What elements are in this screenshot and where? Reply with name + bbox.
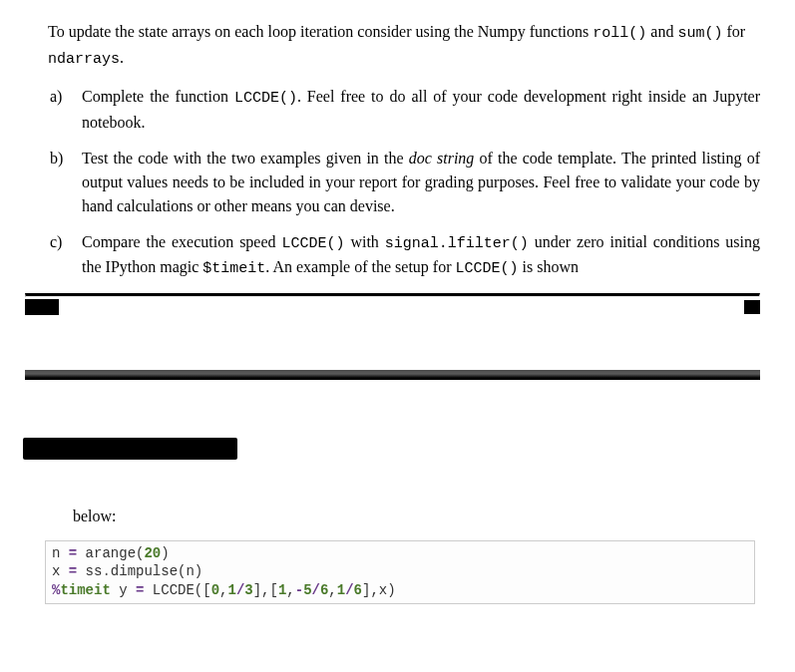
c3n1: 0 — [211, 582, 219, 598]
intro-paragraph: To update the state arrays on each loop … — [48, 20, 760, 71]
c3k: / — [345, 582, 353, 598]
c1a: n — [52, 545, 69, 561]
c3n5: - — [295, 582, 303, 598]
intro-text-2: and — [646, 23, 677, 40]
c-code-lfilter: signal.lfilter() — [385, 235, 529, 252]
list-content-b: Test the code with the two examples give… — [82, 147, 760, 218]
c2c: dimpulse(n) — [111, 563, 202, 579]
redaction-left — [25, 299, 59, 315]
c3h: , — [286, 582, 294, 598]
c3g: ],[ — [253, 582, 278, 598]
c3n7: 1 — [337, 582, 345, 598]
b-text-1: Test the code with the two examples give… — [82, 150, 409, 167]
c-text-1: Compare the execution speed — [82, 233, 281, 250]
divider-section — [25, 293, 760, 315]
c2b: ss — [77, 563, 102, 579]
intro-text-3: for — [722, 23, 745, 40]
c3n2: 1 — [227, 582, 235, 598]
list-item-b: b) Test the code with the two examples g… — [25, 147, 760, 218]
c1c: ) — [161, 545, 169, 561]
list-marker-a: a) — [25, 85, 82, 135]
divider-line — [25, 293, 760, 297]
c3n5b: 5 — [303, 582, 311, 598]
c-text-5: is shown — [519, 258, 579, 275]
below-label: below: — [73, 504, 760, 528]
c3n3: 3 — [244, 582, 252, 598]
code-block: n = arange(20) x = ss.dimpulse(n) %timei… — [45, 540, 755, 605]
list-content-a: Complete the function LCCDE(). Feel free… — [82, 85, 760, 135]
c1b: arange( — [77, 545, 144, 561]
code-sum: sum() — [677, 25, 722, 42]
list-content-c: Compare the execution speed LCCDE() with… — [82, 230, 760, 281]
redaction-row-1 — [25, 299, 760, 315]
c3n8: 6 — [354, 582, 362, 598]
c2dot: . — [102, 563, 110, 579]
code-line-3: %timeit y = LCCDE([0,1/3],[1,-5/6,1/6],x… — [52, 581, 748, 600]
c3b: timeit — [60, 582, 110, 598]
c3c: y — [111, 582, 136, 598]
list-item-a: a) Complete the function LCCDE(). Feel f… — [25, 85, 760, 135]
c2a: x — [52, 563, 69, 579]
intro-text-1: To update the state arrays on each loop … — [48, 23, 593, 40]
c2op: = — [69, 563, 77, 579]
c1num: 20 — [144, 545, 161, 561]
code-ndarrays: ndarrays — [48, 51, 120, 68]
c3j: , — [328, 582, 336, 598]
c-text-2: with — [345, 233, 385, 250]
code-roll: roll() — [593, 25, 646, 42]
code-line-1: n = arange(20) — [52, 544, 748, 563]
gradient-divider — [25, 370, 760, 380]
intro-text-4: . — [120, 49, 124, 66]
c-text-4: . An example of the setup for — [265, 258, 455, 275]
c1op: = — [69, 545, 77, 561]
c-code-timeit: $timeit — [202, 260, 265, 277]
c3l: ],x) — [362, 582, 396, 598]
c-code-lccde1: LCCDE() — [281, 235, 344, 252]
list-marker-b: b) — [25, 147, 82, 218]
b-italic-docstring: doc string — [409, 150, 475, 167]
redaction-scribble — [23, 438, 237, 460]
a-text-1: Complete the function — [82, 88, 234, 105]
c-code-lccde2: LCCDE() — [456, 260, 519, 277]
redaction-block — [23, 438, 760, 460]
redaction-right — [744, 300, 760, 314]
c3i: / — [312, 582, 320, 598]
list-item-c: c) Compare the execution speed LCCDE() w… — [25, 230, 760, 281]
c3d: LCCDE([ — [144, 582, 210, 598]
list-marker-c: c) — [25, 230, 82, 281]
a-code-lccde: LCCDE() — [234, 90, 297, 107]
code-line-2: x = ss.dimpulse(n) — [52, 562, 748, 581]
